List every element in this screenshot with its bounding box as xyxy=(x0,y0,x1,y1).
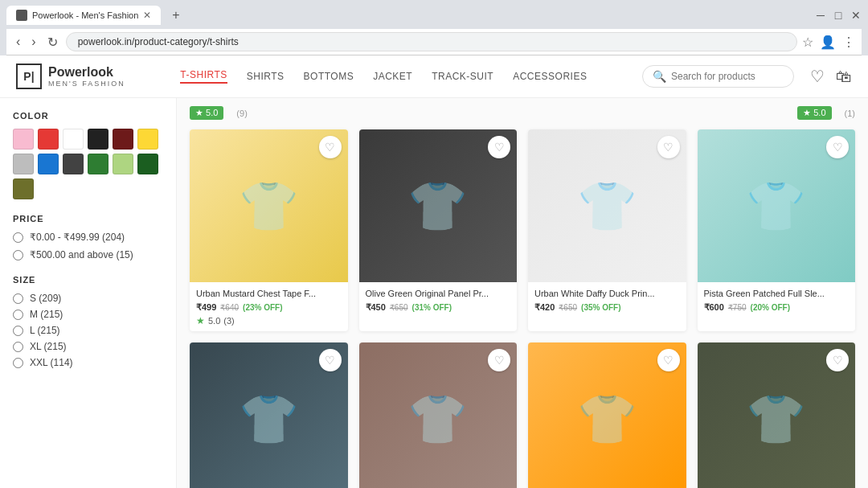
color-dark-gray[interactable] xyxy=(63,154,84,174)
site-header: P| Powerlook MEN'S FASHION T-SHIRTS SHIR… xyxy=(0,55,868,98)
size-filter: SIZE S (209) M (215) L (215) XL (215) xyxy=(13,275,163,368)
size-xl[interactable]: XL (215) xyxy=(13,341,163,352)
wishlist-button[interactable]: ♡ xyxy=(826,349,849,371)
price-option-low[interactable]: ₹0.00 - ₹499.99 (204) xyxy=(13,232,163,243)
nav-bottoms[interactable]: BOTTOMS xyxy=(304,71,354,82)
product-info: Urban Mustard Chest Tape F... ₹499 ₹640 … xyxy=(190,282,348,331)
rating-bar: ★ 5.0 (9) ★ 5.0 (1) xyxy=(190,106,855,120)
color-yellow[interactable] xyxy=(137,129,158,150)
product-info: Pista Green Patched Full Sle... ₹600 ₹75… xyxy=(698,282,856,320)
main-content: COLOR PRICE xyxy=(0,98,868,488)
size-m[interactable]: M (215) xyxy=(13,309,163,320)
color-dark-green[interactable] xyxy=(137,154,158,174)
price-radio-high[interactable] xyxy=(13,250,23,260)
nav-tracksuit[interactable]: TRACK-SUIT xyxy=(432,71,493,82)
price-option-high[interactable]: ₹500.00 and above (15) xyxy=(13,249,163,260)
address-input[interactable] xyxy=(66,32,797,51)
product-card[interactable]: 👕 ♡ Urban Mustard Chest Tape F... ₹499 ₹… xyxy=(190,129,348,331)
sidebar: COLOR PRICE xyxy=(0,98,177,488)
logo-area: P| Powerlook MEN'S FASHION xyxy=(16,64,125,89)
tab-favicon xyxy=(16,10,27,21)
bookmark-icon[interactable]: ☆ xyxy=(802,35,813,50)
color-black[interactable] xyxy=(88,129,108,150)
back-button[interactable]: ‹ xyxy=(13,33,23,51)
product-card[interactable]: 👕 ♡ Olive Green Original Panel Pr... ₹45… xyxy=(359,129,518,331)
nav-tshirts[interactable]: T-SHIRTS xyxy=(180,69,227,84)
forward-button[interactable]: › xyxy=(28,33,39,51)
size-filter-title: SIZE xyxy=(13,275,163,285)
size-radio-m[interactable] xyxy=(13,310,23,320)
product-card[interactable]: 👕 ♡ Urban White Daffy Duck Prin... ₹420 … xyxy=(528,129,686,331)
size-xxl[interactable]: XXL (114) xyxy=(13,357,163,368)
size-label-xl: XL (215) xyxy=(30,341,67,352)
product-image: 👕 ♡ xyxy=(190,342,348,488)
settings-icon[interactable]: ⋮ xyxy=(842,35,855,50)
main-nav: T-SHIRTS SHIRTS BOTTOMS JACKET TRACK-SUI… xyxy=(141,69,626,84)
rating-count-2: (1) xyxy=(845,109,855,118)
account-icon[interactable]: 👤 xyxy=(820,35,836,50)
product-image: 👕 ♡ xyxy=(528,129,686,282)
color-blue[interactable] xyxy=(38,154,59,174)
nav-shirts[interactable]: SHIRTS xyxy=(247,71,285,82)
size-radio-s[interactable] xyxy=(13,293,23,304)
size-radio-xxl[interactable] xyxy=(13,358,23,368)
wishlist-button[interactable]: ♡ xyxy=(488,349,510,371)
nav-jacket[interactable]: JACKET xyxy=(373,71,412,82)
wishlist-button[interactable]: ♡ xyxy=(319,136,342,158)
product-pricing: ₹420 ₹650 (35% OFF) xyxy=(534,302,680,313)
review-count: (3) xyxy=(223,316,234,326)
minimize-button[interactable]: ─ xyxy=(815,10,826,21)
wishlist-button[interactable]: ♡ xyxy=(826,136,849,158)
price-radio-low[interactable] xyxy=(13,232,23,243)
color-maroon[interactable] xyxy=(113,129,133,150)
product-card[interactable]: 👕 ♡ Pista Green Patched Full Sle... ₹600… xyxy=(698,129,856,331)
restore-button[interactable]: □ xyxy=(833,10,844,21)
nav-accessories[interactable]: ACCESSORIES xyxy=(513,71,587,82)
wishlist-button[interactable]: ♡ xyxy=(657,136,680,158)
search-icon: 🔍 xyxy=(653,70,666,83)
search-input[interactable] xyxy=(671,71,784,82)
size-label-xxl: XXL (114) xyxy=(30,357,73,368)
product-grid: 👕 ♡ Urban Mustard Chest Tape F... ₹499 ₹… xyxy=(190,129,855,488)
color-red[interactable] xyxy=(38,129,59,150)
wishlist-icon[interactable]: ♡ xyxy=(810,67,825,86)
browser-tab[interactable]: Powerlook - Men's Fashion ✕ xyxy=(6,6,161,25)
size-label-l: L (215) xyxy=(30,325,60,336)
color-pink[interactable] xyxy=(13,129,34,150)
size-label-s: S (209) xyxy=(30,293,61,304)
price-label-high: ₹500.00 and above (15) xyxy=(30,249,133,260)
size-radio-l[interactable] xyxy=(13,326,23,336)
star-icon: ★ xyxy=(196,315,205,326)
new-tab-button[interactable]: + xyxy=(166,5,186,26)
close-button[interactable]: ✕ xyxy=(850,10,862,21)
size-radio-xl[interactable] xyxy=(13,342,23,352)
search-box[interactable]: 🔍 xyxy=(642,65,794,88)
price-original: ₹650 xyxy=(390,303,408,312)
product-card[interactable]: 👕 ♡ Dark Olive Casual Shirt... ₹520 ₹720… xyxy=(698,342,856,488)
product-card[interactable]: 👕 ♡ Orange Graphic Print Tee... ₹449 ₹64… xyxy=(528,342,686,488)
product-image: 👕 ♡ xyxy=(190,129,348,282)
size-l[interactable]: L (215) xyxy=(13,325,163,336)
reload-button[interactable]: ↻ xyxy=(44,33,61,51)
wishlist-button[interactable]: ♡ xyxy=(657,349,680,371)
wishlist-button[interactable]: ♡ xyxy=(488,136,510,158)
cart-icon[interactable]: 🛍 xyxy=(836,68,852,86)
header-icons: ♡ 🛍 xyxy=(810,67,852,86)
product-pricing: ₹499 ₹640 (23% OFF) xyxy=(196,302,342,313)
color-grid xyxy=(13,129,163,199)
product-name: Olive Green Original Panel Pr... xyxy=(366,289,511,298)
product-card[interactable]: 👕 ♡ Brown Regular Fit Tee... ₹350 ₹550 (… xyxy=(359,342,518,488)
wishlist-button[interactable]: ♡ xyxy=(319,349,342,371)
product-card[interactable]: 👕 ♡ Navy Blue Casual Shirt... ₹399 ₹599 … xyxy=(190,342,348,488)
color-light-gray[interactable] xyxy=(13,154,34,174)
product-name: Urban Mustard Chest Tape F... xyxy=(196,289,342,298)
tab-close-button[interactable]: ✕ xyxy=(143,10,151,21)
color-light-green[interactable] xyxy=(113,154,133,174)
brand-subtitle: MEN'S FASHION xyxy=(48,80,125,88)
color-olive[interactable] xyxy=(13,178,34,199)
rating-badge-2: ★ 5.0 xyxy=(797,106,831,120)
color-white[interactable] xyxy=(63,129,84,150)
color-green[interactable] xyxy=(88,154,108,174)
size-s[interactable]: S (209) xyxy=(13,293,163,304)
price-current: ₹600 xyxy=(704,302,724,313)
